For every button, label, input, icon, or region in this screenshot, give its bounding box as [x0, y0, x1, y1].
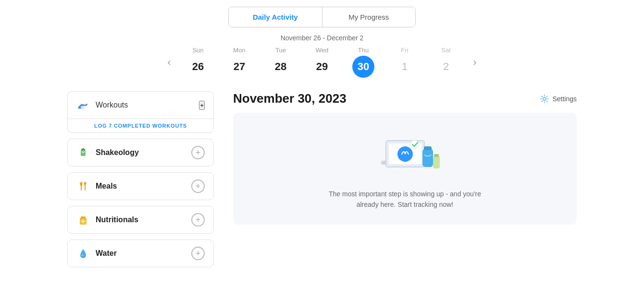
shakeology-row: Shakeology +: [67, 139, 214, 167]
day-name-tue: Tue: [275, 47, 286, 54]
day-name-sat: Sat: [441, 47, 451, 54]
tab-my-progress[interactable]: My Progress: [322, 7, 416, 27]
svg-rect-2: [81, 150, 86, 156]
svg-rect-9: [81, 216, 86, 219]
meals-label: Meals: [96, 182, 117, 191]
add-shakeology-button[interactable]: +: [191, 146, 205, 159]
calendar-week: ‹ Sun 26 Mon 27 Tue 28 Wed 29 Thu 30 Fri: [0, 47, 644, 78]
shakeology-icon: [76, 146, 90, 159]
workouts-section: Workouts + LOG 7 COMPLETED WORKOUTS: [67, 91, 214, 133]
day-name-fri: Fri: [401, 47, 408, 54]
selected-date-title: November 30, 2023: [233, 91, 347, 106]
workouts-row-left: Workouts: [76, 98, 128, 112]
water-label: Water: [96, 249, 117, 258]
add-workout-button[interactable]: +: [199, 101, 205, 110]
empty-state-box: The most important step is showing up - …: [233, 113, 577, 225]
next-week-button[interactable]: ›: [465, 57, 484, 68]
workouts-row: Workouts +: [68, 92, 213, 119]
settings-link[interactable]: Settings: [540, 94, 577, 104]
tab-bar: Daily Activity My Progress: [0, 0, 644, 27]
nutritionals-row: Nutritionals +: [67, 206, 214, 234]
day-num-fri: 1: [394, 56, 416, 78]
calendar-days: Sun 26 Mon 27 Tue 28 Wed 29 Thu 30 Fri 1: [179, 47, 465, 78]
day-num-wed: 29: [311, 56, 333, 78]
calendar-day-mon[interactable]: Mon 27: [220, 47, 259, 78]
nutritionals-icon: [76, 213, 90, 227]
day-name-thu: Thu: [358, 47, 369, 54]
empty-state-illustration: [372, 127, 439, 180]
day-num-thu: 30: [352, 56, 374, 78]
svg-point-12: [543, 97, 546, 100]
shakeology-row-left: Shakeology: [76, 146, 139, 159]
main-layout: Workouts + LOG 7 COMPLETED WORKOUTS Shak…: [0, 91, 644, 267]
water-icon: [76, 247, 90, 260]
day-name-sun: Sun: [192, 47, 203, 54]
date-range: November 26 - December 2: [0, 34, 644, 42]
water-row-left: Water: [76, 247, 117, 260]
empty-state-text: The most important step is showing up - …: [323, 189, 487, 210]
workout-icon: [76, 98, 90, 112]
meals-row: Meals +: [67, 172, 214, 200]
tab-daily-activity[interactable]: Daily Activity: [229, 7, 322, 27]
day-num-sun: 26: [187, 56, 209, 78]
calendar-day-fri[interactable]: Fri 1: [385, 47, 424, 78]
calendar-day-sat[interactable]: Sat 2: [427, 47, 465, 78]
day-num-mon: 27: [228, 56, 250, 78]
calendar-day-tue[interactable]: Tue 28: [261, 47, 300, 78]
nutritionals-label: Nutritionals: [96, 215, 138, 224]
add-meals-button[interactable]: +: [191, 179, 205, 193]
svg-rect-23: [434, 154, 439, 157]
tab-container: Daily Activity My Progress: [228, 7, 416, 27]
log-workouts-link[interactable]: LOG 7 COMPLETED WORKOUTS: [68, 119, 213, 132]
add-water-button[interactable]: +: [191, 247, 205, 260]
right-panel: November 30, 2023 Settings: [233, 91, 577, 267]
day-num-tue: 28: [270, 56, 292, 78]
workouts-label: Workouts: [96, 101, 128, 109]
svg-point-1: [79, 107, 81, 109]
right-header: November 30, 2023 Settings: [233, 91, 577, 106]
svg-rect-4: [83, 148, 84, 149]
calendar-day-wed[interactable]: Wed 29: [303, 47, 341, 78]
day-num-sat: 2: [435, 56, 457, 78]
meals-icon: [76, 179, 90, 193]
day-name-wed: Wed: [316, 47, 329, 54]
water-row: Water +: [67, 239, 214, 267]
calendar-day-sun[interactable]: Sun 26: [179, 47, 217, 78]
add-nutritionals-button[interactable]: +: [191, 213, 205, 227]
meals-row-left: Meals: [76, 179, 117, 193]
settings-label: Settings: [552, 95, 577, 103]
calendar-day-thu[interactable]: Thu 30: [344, 47, 383, 78]
settings-icon: [540, 94, 549, 104]
prev-week-button[interactable]: ‹: [160, 57, 179, 68]
day-name-mon: Mon: [233, 47, 245, 54]
left-panel: Workouts + LOG 7 COMPLETED WORKOUTS Shak…: [67, 91, 214, 267]
svg-rect-22: [433, 156, 440, 168]
svg-rect-21: [424, 146, 432, 150]
shakeology-label: Shakeology: [96, 148, 139, 157]
svg-rect-20: [422, 149, 433, 167]
nutritionals-row-left: Nutritionals: [76, 213, 138, 227]
